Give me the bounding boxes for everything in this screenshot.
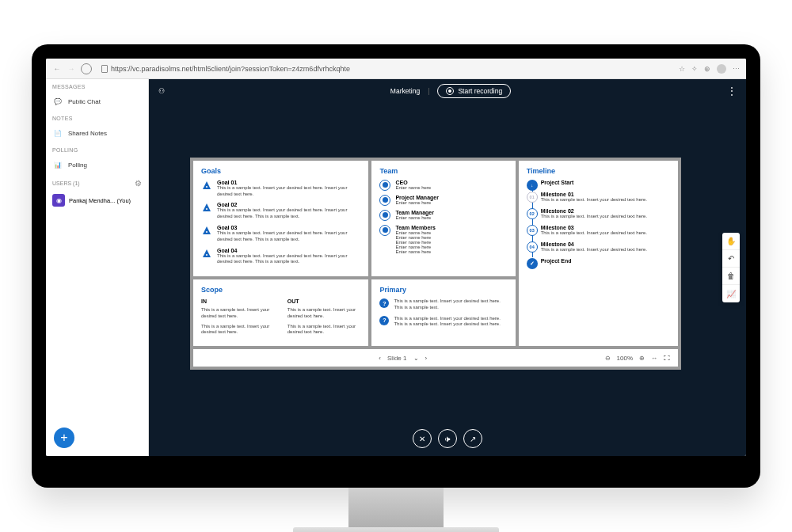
svg-point-3: [206, 254, 208, 256]
team-item: Team MembersEnter name hereEnter name he…: [379, 225, 507, 254]
user-name: Pankaj Mendha... (You): [69, 197, 131, 204]
scope-card: Scope IN This is a sample text. Insert y…: [193, 279, 368, 346]
whiteboard-tools: ✋ ↶ 🗑 📈: [722, 233, 740, 302]
scope-text: This is a sample text. Insert your desir…: [201, 324, 275, 336]
timeline-title: Timeline: [527, 167, 670, 175]
scope-text: This is a sample text. Insert your desir…: [287, 307, 361, 320]
slide-controls: ‹ Slide 1 ⌄ › ⊖ 100% ⊕ ↔ ⛶: [193, 349, 678, 367]
timeline-item: 04Milestone 04This is a sample text. Ins…: [541, 241, 670, 252]
presentation-area: Goals Goal 01This is a sample text. Inse…: [149, 103, 746, 424]
hand-tool-icon[interactable]: ✋: [722, 233, 740, 250]
shared-notes-label: Shared Notes: [68, 130, 107, 137]
timeline-milestone-icon: 04: [527, 241, 538, 253]
person-icon: [379, 195, 390, 206]
polling-label: POLLING: [46, 142, 148, 155]
share-button[interactable]: ↗: [463, 429, 482, 448]
person-icon: [379, 210, 390, 221]
audio-button[interactable]: 🕩: [438, 429, 457, 448]
gear-icon[interactable]: ⚙: [135, 179, 142, 188]
url-text: https://vc.paradisolms.net/html5client/j…: [111, 65, 350, 73]
sidebar: MESSAGES 💬 Public Chat NOTES 📄 Shared No…: [46, 79, 149, 456]
scope-text: This is a sample text. Insert your desir…: [201, 307, 275, 320]
fullscreen-icon[interactable]: ⛶: [664, 355, 670, 362]
refresh-icon[interactable]: [81, 63, 92, 74]
goal-icon: [201, 225, 212, 236]
slide: Goals Goal 01This is a sample text. Inse…: [190, 158, 681, 370]
bottom-actions: ✕ 🕩 ↗: [149, 424, 746, 456]
annotate-icon[interactable]: 📈: [722, 285, 740, 302]
timeline-milestone-icon: 02: [527, 208, 538, 219]
question-icon: ?: [379, 316, 389, 325]
polling-icon: 📊: [52, 159, 63, 170]
svg-point-2: [206, 231, 208, 233]
profile-icon[interactable]: [717, 64, 726, 74]
svg-point-0: [206, 186, 208, 188]
sidebar-item-polling[interactable]: 📊 Polling: [46, 155, 148, 174]
team-item: CEOEnter name here: [379, 180, 507, 191]
prev-slide-icon[interactable]: ‹: [379, 355, 381, 362]
notes-label: NOTES: [46, 111, 148, 124]
goals-card: Goals Goal 01This is a sample text. Inse…: [193, 161, 368, 276]
timeline-card: Timeline Project Start01Milestone 01This…: [519, 161, 678, 347]
scope-out-label: OUT: [287, 298, 361, 304]
top-bar: ⚇ Marketing | Start recording ⋮: [149, 79, 746, 103]
goal-item: Goal 03This is a sample text. Insert you…: [201, 225, 360, 243]
messages-label: MESSAGES: [46, 79, 148, 92]
zoom-in-icon[interactable]: ⊕: [639, 355, 645, 362]
users-label: USERS (1): [52, 180, 80, 186]
timeline-item: Project End: [541, 258, 670, 264]
timeline-milestone-icon: 01: [527, 192, 538, 203]
menu-icon[interactable]: ⋯: [733, 65, 740, 73]
primary-card: Primary ?This is a sample text. Insert y…: [371, 279, 515, 346]
record-label: Start recording: [458, 87, 502, 95]
timeline-start-icon: [527, 180, 538, 191]
user-avatar: ◉: [52, 194, 65, 207]
favorites-icon[interactable]: ✧: [691, 65, 698, 73]
goal-icon: [201, 248, 212, 259]
primary-title: Primary: [379, 286, 507, 294]
back-icon[interactable]: ←: [52, 65, 62, 73]
sidebar-item-public-chat[interactable]: 💬 Public Chat: [46, 92, 148, 111]
team-item: Team ManagerEnter name here: [379, 210, 507, 221]
slide-dropdown-icon[interactable]: ⌄: [413, 355, 419, 362]
next-slide-icon[interactable]: ›: [425, 355, 428, 362]
polling-item-label: Polling: [68, 162, 87, 169]
browser-bar: ← → https://vc.paradisolms.net/html5clie…: [46, 59, 746, 79]
undo-icon[interactable]: ↶: [722, 250, 740, 268]
team-card: Team CEOEnter name hereProject ManagerEn…: [371, 161, 515, 276]
fit-width-icon[interactable]: ↔: [651, 355, 657, 362]
timeline-item: Project Start: [541, 180, 670, 185]
timeline-item: 01Milestone 01This is a sample text. Ins…: [541, 192, 670, 202]
primary-item: ?This is a sample text. Insert your desi…: [379, 298, 507, 311]
collections-icon[interactable]: ⊕: [704, 65, 710, 73]
user-icon[interactable]: ⚇: [158, 87, 165, 95]
user-list-item[interactable]: ◉ Pankaj Mendha... (You): [46, 190, 148, 211]
timeline-end-icon: [527, 258, 538, 269]
delete-icon[interactable]: 🗑: [722, 268, 740, 285]
goal-item: Goal 02This is a sample text. Insert you…: [201, 202, 360, 220]
url-bar[interactable]: https://vc.paradisolms.net/html5client/j…: [97, 65, 674, 73]
person-icon: [379, 225, 390, 236]
more-icon[interactable]: ⋮: [727, 86, 737, 97]
goal-icon: [201, 180, 212, 191]
goal-icon: [201, 202, 212, 213]
mute-button[interactable]: ✕: [413, 429, 432, 448]
lock-icon: [101, 65, 108, 73]
team-title: Team: [379, 167, 507, 175]
person-icon: [379, 180, 390, 191]
record-button[interactable]: Start recording: [437, 84, 511, 98]
goal-item: Goal 04This is a sample text. Insert you…: [201, 248, 360, 266]
question-icon: ?: [379, 298, 389, 308]
record-icon: [446, 87, 454, 95]
scope-in-label: IN: [201, 298, 275, 304]
forward-icon[interactable]: →: [67, 65, 76, 73]
add-button[interactable]: +: [54, 428, 74, 448]
star-icon[interactable]: ☆: [679, 65, 685, 73]
sidebar-item-shared-notes[interactable]: 📄 Shared Notes: [46, 124, 148, 142]
primary-item: ?This is a sample text. Insert your desi…: [379, 316, 507, 329]
timeline-item: 03Milestone 03This is a sample text. Ins…: [541, 225, 670, 235]
slide-indicator[interactable]: Slide 1: [387, 355, 406, 362]
zoom-out-icon[interactable]: ⊖: [605, 355, 611, 362]
zoom-level: 100%: [617, 355, 633, 362]
timeline-item: 02Milestone 02This is a sample text. Ins…: [541, 208, 670, 218]
